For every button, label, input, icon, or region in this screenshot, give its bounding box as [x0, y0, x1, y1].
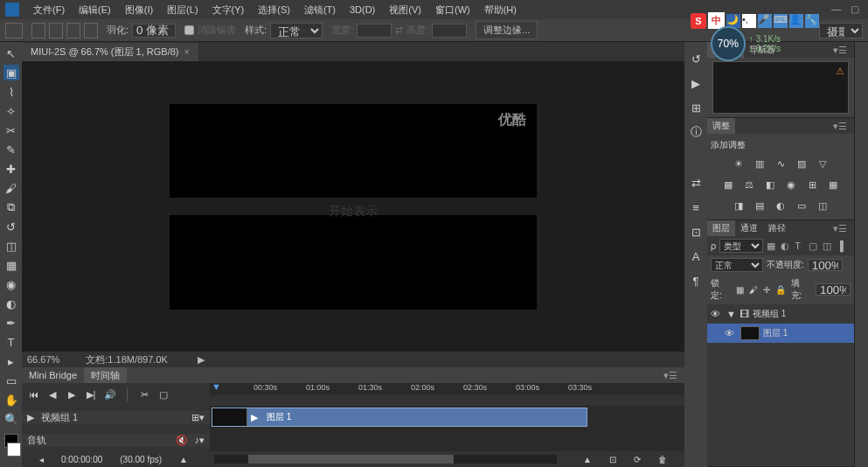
adj-levels-icon[interactable]: ▥ [753, 157, 767, 171]
zoom-tool-icon[interactable]: 🔍 [3, 411, 19, 427]
adj-gradientmap-icon[interactable]: ▭ [795, 199, 809, 213]
selection-add-icon[interactable] [49, 23, 63, 38]
dock-brush-icon[interactable]: ⊡ [688, 224, 704, 240]
timeline-next-frame-icon[interactable]: ▶| [85, 388, 97, 401]
visibility-icon[interactable]: 👁 [725, 328, 737, 338]
eyedropper-tool-icon[interactable]: ✎ [3, 142, 19, 157]
healing-brush-tool-icon[interactable]: ✚ [3, 161, 19, 177]
brush-tool-icon[interactable]: 🖌 [3, 180, 19, 196]
adj-lookup-icon[interactable]: ▦ [826, 178, 840, 192]
blur-tool-icon[interactable]: ◉ [3, 276, 19, 292]
dock-info-icon[interactable]: ⓘ [688, 124, 704, 140]
selection-intersect-icon[interactable] [84, 23, 98, 38]
crop-tool-icon[interactable]: ✂ [3, 122, 19, 138]
history-brush-tool-icon[interactable]: ↺ [3, 219, 19, 234]
fill-input[interactable] [816, 283, 851, 296]
adj-curves-icon[interactable]: ∿ [774, 157, 788, 171]
doc-info[interactable]: 文档:1.18M/897.0K [86, 353, 168, 366]
lasso-tool-icon[interactable]: ⌇ [3, 84, 19, 100]
timeline-ruler[interactable]: ▼ 00:30s 01:00s 01:30s 02:00s 02:30s 03:… [210, 383, 684, 395]
marquee-tool-icon[interactable]: ▣ [3, 65, 19, 80]
audio-mute-icon[interactable]: 🔇 [176, 435, 188, 446]
menu-select[interactable]: 选择(S) [253, 2, 295, 18]
timeline-zoom-slider-min-icon[interactable]: ▲ [179, 455, 188, 464]
layers-flyout-icon[interactable]: ▾☰ [826, 223, 854, 234]
timeline-flyout-icon[interactable]: ▾☰ [656, 370, 684, 381]
status-flyout-icon[interactable]: ▶ [198, 354, 205, 366]
swap-icon[interactable]: ⇄ [395, 24, 403, 36]
filter-type-icon[interactable]: T [795, 240, 805, 251]
dock-styles-icon[interactable]: ¶ [688, 273, 704, 289]
filter-toggle-icon[interactable]: ▌ [840, 240, 851, 251]
adj-invert-icon[interactable]: ◨ [732, 199, 746, 213]
menu-window[interactable]: 窗口(W) [430, 2, 476, 18]
adj-selective-icon[interactable]: ◫ [816, 199, 830, 213]
pen-tool-icon[interactable]: ✒ [3, 315, 19, 331]
background-color[interactable] [7, 443, 21, 457]
menu-3d[interactable]: 3D(D) [344, 3, 380, 17]
path-selection-tool-icon[interactable]: ▸ [3, 353, 19, 369]
timeline-convert-icon[interactable]: ⊡ [609, 455, 616, 464]
timeline-audio-icon[interactable]: 🔊 [104, 388, 116, 401]
dock-character-icon[interactable]: ⇄ [688, 175, 704, 191]
adjustments-tab-label[interactable]: 调整 [707, 118, 735, 134]
menu-type[interactable]: 文字(Y) [207, 2, 250, 18]
dodge-tool-icon[interactable]: ◐ [3, 296, 19, 311]
filter-shape-icon[interactable]: ▢ [809, 240, 819, 251]
clone-stamp-tool-icon[interactable]: ⧉ [3, 199, 19, 215]
hand-tool-icon[interactable]: ✋ [3, 392, 19, 408]
opacity-input[interactable] [808, 259, 843, 271]
maximize-button[interactable]: ▢ [851, 3, 863, 16]
dock-clone-icon[interactable]: A [688, 248, 704, 264]
adj-mixer-icon[interactable]: ⊞ [805, 178, 819, 192]
timeline-tab[interactable]: 时间轴 [84, 367, 127, 384]
adj-bw-icon[interactable]: ◧ [763, 178, 777, 192]
timeline-zoom-out-icon[interactable]: ◂ [39, 455, 44, 464]
menu-edit[interactable]: 编辑(E) [73, 2, 116, 18]
tool-preset-icon[interactable] [5, 23, 23, 38]
timeline-zoom-slider-max-icon[interactable]: ▲ [583, 455, 592, 464]
histogram-warning-icon[interactable]: ⚠ [836, 66, 844, 77]
close-tab-icon[interactable]: × [184, 46, 190, 57]
canvas-area[interactable]: 优酷 开始表示 [22, 61, 684, 352]
rectangle-tool-icon[interactable]: ▭ [3, 373, 19, 388]
timeline-transition-icon[interactable]: ▢ [157, 388, 170, 401]
type-tool-icon[interactable]: T [3, 334, 19, 350]
menu-file[interactable]: 文件(F) [28, 2, 70, 18]
gradient-tool-icon[interactable]: ▦ [3, 257, 19, 273]
dock-paragraph-icon[interactable]: ≡ [688, 199, 704, 215]
antialias-checkbox[interactable] [184, 25, 194, 35]
channels-tab-label[interactable]: 通道 [735, 220, 763, 236]
filter-adjust-icon[interactable]: ◐ [781, 240, 791, 251]
workspace-select[interactable]: 摄影 [819, 23, 863, 38]
histogram-flyout-icon[interactable]: ▾☰ [826, 45, 854, 56]
timeline-clip[interactable]: ▶ 图层 1 [212, 408, 587, 427]
menu-filter[interactable]: 滤镜(T) [299, 2, 341, 18]
menu-image[interactable]: 图像(I) [120, 2, 158, 18]
adj-threshold-icon[interactable]: ◐ [774, 199, 788, 213]
timeline-first-frame-icon[interactable]: ⏮ [27, 388, 39, 401]
timeline-play-icon[interactable]: ▶ [66, 388, 78, 401]
eraser-tool-icon[interactable]: ◫ [3, 238, 19, 254]
timeline-prev-frame-icon[interactable]: ◀ [46, 388, 59, 401]
audio-note-icon[interactable]: ♪▾ [195, 435, 205, 446]
timeline-scrollbar[interactable] [214, 455, 557, 464]
adj-brightness-icon[interactable]: ☀ [732, 157, 746, 171]
track-filmstrip-icon[interactable]: ⊞▾ [191, 412, 205, 423]
dock-properties-icon[interactable]: ⊞ [688, 100, 704, 115]
dock-actions-icon[interactable]: ▶ [688, 75, 704, 91]
timeline-render-icon[interactable]: ⟳ [634, 455, 641, 464]
adj-posterize-icon[interactable]: ▤ [753, 199, 767, 213]
sogou-icon[interactable]: S [691, 13, 706, 29]
timeline-trash-icon[interactable]: 🗑 [658, 455, 667, 464]
lock-all-icon[interactable]: 🔒 [775, 285, 786, 295]
timeline-split-icon[interactable]: ✂ [138, 388, 150, 401]
adj-photofilter-icon[interactable]: ◉ [784, 178, 798, 192]
dock-history-icon[interactable]: ↺ [688, 51, 704, 66]
selection-new-icon[interactable] [31, 23, 45, 38]
mini-bridge-tab[interactable]: Mini Bridge [22, 368, 84, 382]
adj-exposure-icon[interactable]: ▨ [795, 157, 809, 171]
adj-balance-icon[interactable]: ⚖ [742, 178, 756, 192]
zoom-level[interactable]: 66.67% [27, 354, 59, 365]
lock-position-icon[interactable]: ✛ [763, 285, 770, 295]
